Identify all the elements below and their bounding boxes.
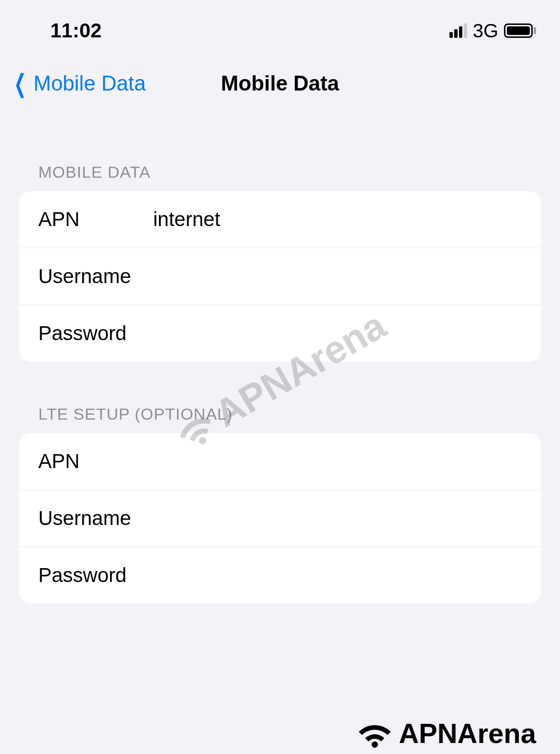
back-button[interactable]: ❮ Mobile Data <box>10 71 146 96</box>
label-lte-username: Username <box>38 507 153 530</box>
row-lte-apn[interactable]: APN <box>19 433 541 490</box>
row-password[interactable]: Password <box>19 305 541 362</box>
battery-icon <box>504 23 536 38</box>
row-lte-username[interactable]: Username <box>19 490 541 547</box>
settings-group-mobile-data: APN Username Password <box>19 191 541 362</box>
status-time: 11:02 <box>50 19 101 42</box>
status-right: 3G <box>449 20 536 42</box>
row-apn[interactable]: APN <box>19 191 541 248</box>
brand-footer: APNArena <box>356 717 536 749</box>
nav-bar: ❮ Mobile Data Mobile Data <box>0 57 560 120</box>
input-lte-username[interactable] <box>153 507 522 530</box>
status-bar: 11:02 3G <box>0 0 560 57</box>
back-label: Mobile Data <box>34 71 146 95</box>
row-lte-password[interactable]: Password <box>19 547 541 604</box>
section-header-mobile-data: MOBILE DATA <box>0 144 560 191</box>
label-username: Username <box>38 265 153 288</box>
wifi-icon <box>356 719 394 748</box>
signal-icon <box>449 23 467 38</box>
input-lte-apn[interactable] <box>153 450 522 473</box>
section-header-lte: LTE SETUP (OPTIONAL) <box>0 386 560 433</box>
input-lte-password[interactable] <box>153 564 522 587</box>
label-lte-apn: APN <box>38 450 153 473</box>
settings-group-lte: APN Username Password <box>19 433 541 604</box>
input-apn[interactable] <box>153 208 522 231</box>
label-lte-password: Password <box>38 564 153 587</box>
row-username[interactable]: Username <box>19 248 541 305</box>
chevron-back-icon: ❮ <box>14 71 26 96</box>
input-password[interactable] <box>153 322 522 345</box>
page-title: Mobile Data <box>221 71 339 95</box>
label-password: Password <box>38 322 153 345</box>
label-apn: APN <box>38 208 153 231</box>
network-type: 3G <box>473 20 498 42</box>
input-username[interactable] <box>153 265 522 288</box>
